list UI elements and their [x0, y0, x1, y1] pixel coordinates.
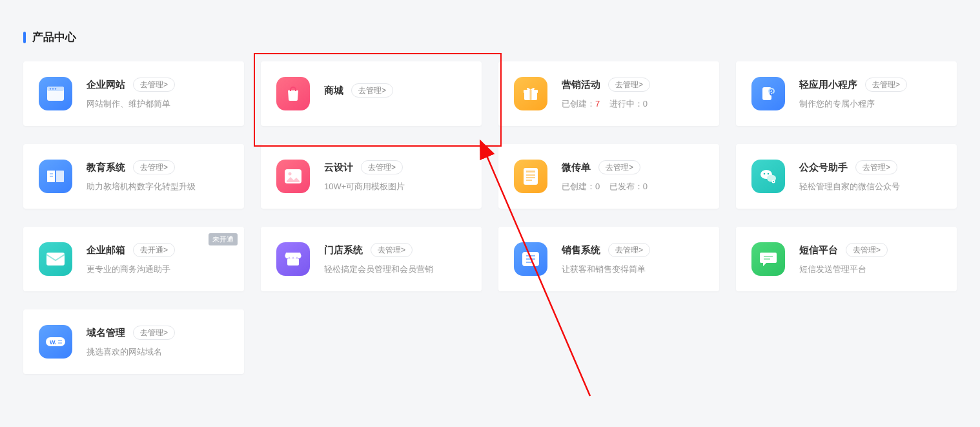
- svg-point-2: [50, 88, 51, 89]
- manage-button[interactable]: 去管理>: [608, 78, 650, 92]
- card-miniapp[interactable]: 轻应用小程序 去管理> 制作您的专属小程序: [736, 61, 957, 126]
- card-desc: 轻松搞定会员管理和会员营销: [324, 264, 469, 275]
- section-title: 产品中心: [23, 30, 957, 45]
- svg-point-22: [768, 173, 770, 175]
- card-stats: 已创建：7 进行中：0: [562, 98, 706, 110]
- manage-button[interactable]: 去管理>: [371, 243, 413, 257]
- card-domain[interactable]: W. 域名管理 去管理> 挑选喜欢的网站域名: [23, 309, 244, 374]
- svg-point-9: [768, 88, 775, 94]
- card-desc: 挑选喜欢的网站域名: [87, 346, 231, 358]
- manage-button[interactable]: 去管理>: [133, 78, 175, 92]
- published-label: 已发布：: [609, 182, 643, 191]
- chat-bubble-icon: [751, 242, 785, 276]
- flyer-icon: [514, 160, 547, 193]
- card-store[interactable]: 门店系统 去管理> 轻松搞定会员管理和会员营销: [261, 227, 482, 291]
- svg-rect-24: [46, 253, 65, 266]
- miniprogram-icon: [751, 77, 785, 110]
- svg-point-3: [52, 88, 54, 89]
- card-title: 销售系统: [562, 244, 600, 256]
- svg-rect-15: [526, 171, 535, 172]
- card-title: 门店系统: [324, 244, 363, 256]
- manage-button[interactable]: 去管理>: [361, 160, 403, 174]
- manage-button[interactable]: 去管理>: [846, 243, 888, 257]
- running-label: 进行中：: [609, 99, 643, 109]
- manage-button[interactable]: 去管理>: [133, 160, 175, 174]
- card-title: 短信平台: [799, 244, 838, 256]
- card-title: 企业邮箱: [87, 244, 125, 256]
- section-title-bar: [23, 32, 26, 43]
- card-education[interactable]: 教育系统 去管理> 助力教培机构数字化转型升级: [23, 144, 244, 209]
- domain-icon: W.: [39, 325, 72, 359]
- manage-button[interactable]: 去管理>: [608, 243, 650, 257]
- card-mall[interactable]: 商城 去管理>: [261, 61, 482, 126]
- store-icon: [276, 242, 310, 276]
- created-value: 0: [595, 182, 600, 191]
- gift-icon: [514, 77, 547, 110]
- card-flyer[interactable]: 微传单 去管理> 已创建：0 已发布：0: [498, 144, 719, 209]
- mail-icon: [39, 242, 72, 276]
- card-desc: 助力教培机构数字化转型升级: [87, 181, 231, 193]
- card-desc: 网站制作、维护都简单: [87, 98, 231, 110]
- card-title: 公众号助手: [799, 161, 848, 174]
- card-title: 营销活动: [562, 79, 600, 91]
- not-open-badge: 未开通: [209, 233, 238, 245]
- list-icon: [514, 242, 547, 276]
- card-desc: 更专业的商务沟通助手: [87, 264, 231, 275]
- created-value: 7: [595, 99, 600, 109]
- wechat-icon: [751, 160, 785, 193]
- card-title: 企业网站: [87, 79, 125, 91]
- manage-button[interactable]: 去管理>: [351, 83, 393, 98]
- section-title-text: 产品中心: [32, 30, 76, 45]
- manage-button[interactable]: 去管理>: [855, 160, 897, 174]
- card-wechat-oa[interactable]: 公众号助手 去管理> 轻松管理自家的微信公众号: [736, 144, 957, 209]
- browser-window-icon: [39, 77, 72, 110]
- card-desc: 轻松管理自家的微信公众号: [799, 181, 944, 193]
- created-label: 已创建：: [562, 182, 595, 191]
- svg-text:W.: W.: [50, 339, 57, 346]
- image-icon: [276, 160, 310, 193]
- card-sms[interactable]: 短信平台 去管理> 短信发送管理平台: [736, 227, 957, 291]
- published-value: 0: [643, 182, 648, 191]
- card-desc: 让获客和销售变得简单: [562, 264, 706, 275]
- manage-button[interactable]: 去管理>: [865, 78, 907, 92]
- card-sales[interactable]: 销售系统 去管理> 让获客和销售变得简单: [498, 227, 719, 291]
- card-marketing[interactable]: 营销活动 去管理> 已创建：7 进行中：0: [498, 61, 719, 126]
- open-button[interactable]: 去开通>: [133, 243, 175, 257]
- card-title: 域名管理: [87, 327, 125, 339]
- card-enterprise-site[interactable]: 企业网站 去管理> 网站制作、维护都简单: [23, 61, 244, 126]
- card-title: 商城: [324, 85, 343, 97]
- card-title: 云设计: [324, 161, 353, 174]
- shopping-bag-icon: [276, 77, 310, 110]
- svg-rect-7: [530, 90, 532, 100]
- svg-point-4: [55, 88, 56, 89]
- manage-button[interactable]: 去管理>: [598, 160, 640, 174]
- card-title: 轻应用小程序: [799, 79, 857, 91]
- created-label: 已创建：: [562, 99, 595, 109]
- svg-point-13: [289, 172, 292, 176]
- card-email[interactable]: 未开通 企业邮箱 去开通> 更专业的商务沟通助手: [23, 227, 244, 291]
- book-icon: [39, 160, 72, 193]
- product-grid: 企业网站 去管理> 网站制作、维护都简单 商城 去管理>: [23, 61, 957, 374]
- card-design[interactable]: 云设计 去管理> 10W+可商用模板图片: [261, 144, 482, 209]
- manage-button[interactable]: 去管理>: [133, 326, 175, 340]
- card-desc: 短信发送管理平台: [799, 264, 944, 275]
- card-stats: 已创建：0 已发布：0: [562, 181, 706, 193]
- card-desc: 制作您的专属小程序: [799, 98, 944, 110]
- card-desc: 10W+可商用模板图片: [324, 181, 469, 193]
- svg-point-21: [764, 173, 766, 175]
- svg-rect-25: [287, 258, 299, 266]
- card-title: 教育系统: [87, 161, 125, 174]
- running-value: 0: [643, 99, 648, 109]
- card-title: 微传单: [562, 161, 591, 174]
- svg-rect-14: [524, 168, 538, 185]
